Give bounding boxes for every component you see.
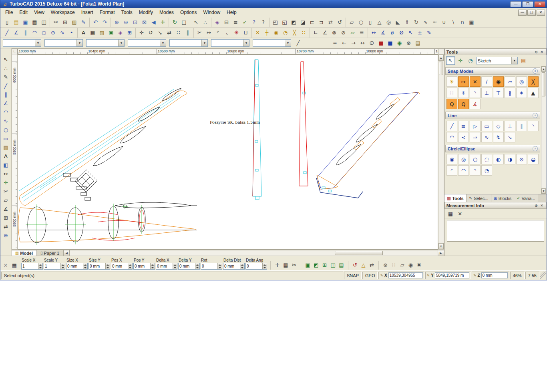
arc-center-radius[interactable]: ◜ <box>446 165 457 176</box>
extend-button[interactable]: ↦ <box>204 28 213 37</box>
sketch-mode-combo[interactable]: Sketch ▼ <box>476 57 518 64</box>
boolean-union-button[interactable]: ∪ <box>439 18 448 27</box>
block-insert-button[interactable]: ⊞ <box>125 28 134 37</box>
panel-tab-blocks[interactable]: ⊞ Blocks <box>491 194 515 202</box>
chevron-down-icon[interactable]: ▼ <box>160 40 166 46</box>
move-button[interactable]: ✛ <box>137 28 146 37</box>
zoom-tool[interactable]: ⊕ <box>1 231 10 240</box>
arrow-start-button[interactable]: ← <box>340 39 349 48</box>
snap-aerial[interactable]: ✶ <box>516 88 527 98</box>
snap-grid-toggle[interactable]: ∷ <box>299 28 308 37</box>
style-manager-button[interactable]: ▤ <box>413 39 422 48</box>
paper-tab[interactable]: ▯ Paper 1 <box>37 250 63 256</box>
line-weight-button[interactable]: ━ <box>330 39 340 48</box>
image-insert-button[interactable]: ▣ <box>107 28 116 37</box>
format-painter-button[interactable]: ✎ <box>79 18 88 27</box>
node-edit-tool[interactable]: ∴ <box>1 64 10 72</box>
text-tool[interactable]: A <box>1 152 10 160</box>
scroll-up-arrow[interactable]: ▲ <box>541 66 546 72</box>
undo-button[interactable]: ↶ <box>91 18 100 27</box>
dim-diameter-button[interactable]: Ø <box>397 28 406 37</box>
pen-color-combo[interactable]: ▼ <box>44 39 83 47</box>
array-tool-button[interactable]: ∷ <box>174 28 183 37</box>
mdi-close-button[interactable]: ✕ <box>537 10 545 16</box>
field-input[interactable]: 0 <box>245 263 267 270</box>
chevron-down-icon[interactable]: ▼ <box>285 40 291 46</box>
line-vector[interactable]: ↘ <box>505 132 515 142</box>
menu-item[interactable]: Options <box>177 8 200 16</box>
palette-options-button[interactable]: ▤ <box>519 56 528 65</box>
boolean-subtract-button[interactable]: ∖ <box>448 18 458 27</box>
pin-icon[interactable]: ⊙ <box>533 49 539 54</box>
select-button[interactable]: ↖ <box>191 18 201 27</box>
fillet-button[interactable]: ◜ <box>213 28 223 37</box>
resize-grip[interactable] <box>540 272 546 279</box>
ellipse-tool-button[interactable]: ⊙ <box>48 28 58 37</box>
leader-button[interactable]: ↖ <box>406 28 415 37</box>
line-zigzag[interactable]: ↯ <box>493 132 504 142</box>
geo-toggle[interactable]: GEO <box>362 272 378 279</box>
measurement-clear-button[interactable]: ✕ <box>456 210 465 218</box>
field-input[interactable]: 0 mm <box>156 263 177 270</box>
text-tool-button[interactable]: A <box>79 28 88 37</box>
mdi-restore-button[interactable]: ❐ <box>527 10 536 16</box>
circle-concentric[interactable]: ◎ <box>458 154 469 164</box>
arc-tool-button[interactable]: ◠ <box>30 28 39 37</box>
layer-visibility-button[interactable]: ◉ <box>395 39 404 48</box>
spinner[interactable] <box>240 263 244 269</box>
property-set-combo[interactable]: ▼ <box>3 39 41 47</box>
tolerance-button[interactable]: ± <box>415 28 424 37</box>
menu-item[interactable]: Modes <box>156 8 177 16</box>
snap-gravity[interactable]: ▲ <box>528 88 539 98</box>
snap-midpoint[interactable]: ∕ <box>481 76 492 87</box>
copy-tool[interactable]: ⊞ <box>1 213 10 222</box>
grid-toggle-button[interactable]: ∷ <box>390 261 398 269</box>
align-right-button[interactable]: ⊐ <box>317 18 326 27</box>
revolve-button[interactable]: ↻ <box>412 18 421 27</box>
zoom-in-button[interactable]: ⊕ <box>112 18 121 27</box>
trim-button[interactable]: ✂ <box>195 28 204 37</box>
spinner[interactable] <box>105 263 110 269</box>
quick-snap-1[interactable]: Q <box>446 99 457 109</box>
menu-item[interactable]: Format <box>97 8 118 16</box>
lock-aspect-button[interactable]: ⊗ <box>381 261 390 269</box>
pan-tool[interactable]: ⇄ <box>1 222 10 231</box>
line-rectangle[interactable]: ▭ <box>481 121 492 131</box>
spinner[interactable] <box>150 263 155 269</box>
ortho-mode-button[interactable]: ∟ <box>311 28 320 37</box>
y-coordinate-field[interactable]: 5849,159719 m <box>435 272 469 278</box>
menu-item[interactable]: File <box>2 8 16 16</box>
selector-group-button[interactable]: ▤ <box>337 261 346 269</box>
point-tool-button[interactable]: • <box>67 28 76 37</box>
chevron-down-icon[interactable]: ▼ <box>76 40 82 46</box>
ellipse-rotated[interactable]: ◒ <box>528 154 539 164</box>
pin-icon[interactable]: ⊙ <box>533 203 539 208</box>
selector-2d-button[interactable]: ▣ <box>304 261 312 269</box>
text-style-combo[interactable]: ▼ <box>211 39 249 47</box>
mirror-tool-button[interactable]: ⇄ <box>165 28 174 37</box>
field-input[interactable]: 0 mm <box>66 263 88 270</box>
line-sketch[interactable]: ∿ <box>481 132 492 142</box>
clear-fields-button[interactable]: ✖ <box>415 261 423 269</box>
scroll-left-arrow[interactable]: ◀ <box>63 250 70 256</box>
settings-button[interactable]: ≡ <box>357 28 366 37</box>
paste-button[interactable]: ▨ <box>70 18 79 27</box>
dash-fine-button[interactable]: ┈ <box>321 39 330 48</box>
open-button[interactable]: ▤ <box>12 18 21 27</box>
panel-scroll-thumb[interactable] <box>542 72 545 96</box>
snap-quadrant-toggle[interactable]: ◔ <box>281 28 290 37</box>
paint-tool[interactable]: ◧ <box>1 160 10 169</box>
line-section-header[interactable]: Line « <box>445 112 540 119</box>
cone-3d-button[interactable]: △ <box>375 18 384 27</box>
snap-nearest[interactable]: ↦ <box>458 76 469 87</box>
spinner[interactable] <box>217 263 222 269</box>
panel-scrollbar[interactable]: ▲ ▼ <box>541 66 546 194</box>
snap-center[interactable]: ◉ <box>493 76 504 87</box>
pen-color-swatch[interactable]: ■ <box>376 39 386 48</box>
box-tool[interactable]: ▭ <box>1 134 10 143</box>
join-button[interactable]: ⊔ <box>241 28 250 37</box>
boolean-intersect-button[interactable]: ∩ <box>458 18 467 27</box>
circle-tool[interactable]: ○ <box>1 125 10 134</box>
menu-item[interactable]: Help <box>223 8 240 16</box>
field-input[interactable]: 0 mm <box>178 263 200 270</box>
